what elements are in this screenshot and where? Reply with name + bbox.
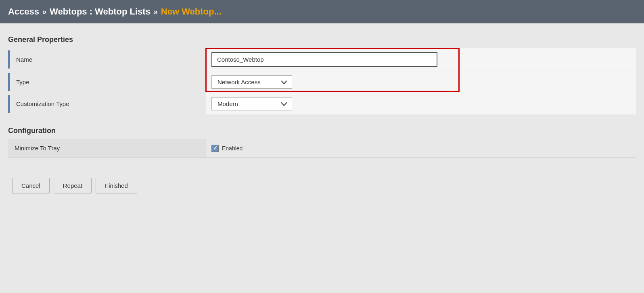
name-input[interactable] (211, 52, 437, 67)
minimize-to-tray-row: Minimize To Tray Enabled (8, 139, 636, 158)
breadcrumb: Access » Webtops : Webtop Lists » New We… (8, 6, 222, 17)
configuration-section: Configuration Minimize To Tray Enabled (8, 127, 636, 158)
general-properties-title: General Properties (8, 35, 636, 44)
breadcrumb-sep1: » (42, 8, 46, 16)
minimize-to-tray-checkbox[interactable] (211, 145, 219, 152)
cancel-button[interactable]: Cancel (12, 178, 50, 193)
breadcrumb-access[interactable]: Access (8, 6, 39, 17)
configuration-title: Configuration (8, 127, 636, 135)
button-bar: Cancel Repeat Finished (8, 170, 636, 202)
name-label: Name (8, 50, 206, 69)
type-select[interactable]: Network Access Full Portal (211, 75, 292, 89)
breadcrumb-current: New Webtop... (161, 6, 222, 17)
type-label: Type (8, 73, 206, 91)
customization-type-label: Customization Type (8, 95, 206, 113)
name-value-cell (206, 48, 636, 71)
customization-type-select[interactable]: Modern Standard (211, 97, 292, 110)
minimize-to-tray-value-cell: Enabled (206, 141, 636, 156)
minimize-to-tray-enabled-label: Enabled (222, 145, 243, 152)
general-properties-section: General Properties Name Type Network Acc… (8, 35, 636, 114)
finished-button[interactable]: Finished (96, 178, 137, 193)
name-row: Name (8, 48, 636, 71)
type-value-cell: Network Access Full Portal (206, 71, 636, 93)
header-bar: Access » Webtops : Webtop Lists » New We… (0, 0, 644, 23)
main-content: General Properties Name Type Network Acc… (0, 23, 644, 210)
repeat-button[interactable]: Repeat (54, 178, 92, 193)
customization-type-row: Customization Type Modern Standard (8, 93, 636, 114)
customization-type-value-cell: Modern Standard (206, 93, 636, 114)
minimize-to-tray-label: Minimize To Tray (8, 139, 206, 157)
breadcrumb-sep2: » (154, 8, 158, 16)
breadcrumb-webtops[interactable]: Webtops : Webtop Lists (50, 6, 151, 17)
type-row: Type Network Access Full Portal (8, 71, 636, 93)
